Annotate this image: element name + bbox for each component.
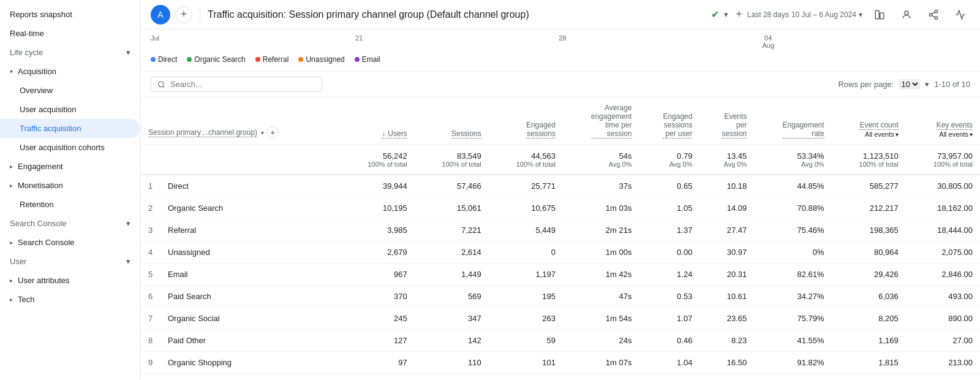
chevron-down-icon-2: ▾ xyxy=(126,219,130,228)
cell-avg-eng: 47s xyxy=(563,286,639,308)
cell-sessions: 15,061 xyxy=(415,197,489,219)
cell-avg-eng: 1m 42s xyxy=(563,264,639,286)
cell-sessions: 7,221 xyxy=(415,219,489,241)
col-events-per-session[interactable]: Eventspersession xyxy=(699,97,754,145)
cell-eng-per-user: 0.43 xyxy=(639,374,700,381)
col-dropdown-icon[interactable]: ▾ xyxy=(261,129,264,136)
legend-referral[interactable]: Referral xyxy=(255,55,289,64)
sidebar-item-monetisation[interactable]: ▸ Monetisation xyxy=(0,176,140,195)
cell-events-per-session: 14.09 xyxy=(699,197,754,219)
cell-events-per-session: 8.23 xyxy=(699,330,754,352)
sidebar-item-user-attributes[interactable]: ▸ User attributes xyxy=(0,271,140,290)
sidebar-item-user-acquisition[interactable]: User acquisition xyxy=(0,100,140,119)
cell-users: 370 xyxy=(341,286,415,308)
table-row: 9Organic Shopping 97 110 101 1m 07s 1.04… xyxy=(141,352,980,374)
cell-engaged: 59 xyxy=(489,330,563,352)
cell-channel: 4Unassigned xyxy=(141,241,341,264)
status-icon: ✔ xyxy=(711,9,719,20)
col-event-count[interactable]: Event count All events ▾ xyxy=(832,97,906,145)
col-avg-engagement[interactable]: Averageengagementtime persession xyxy=(563,97,639,145)
chevron-right-icon-3: ▸ xyxy=(10,239,13,246)
col-engagement-rate[interactable]: Engagementrate xyxy=(754,97,831,145)
cell-events-per-session: 16.50 xyxy=(699,352,754,374)
chevron-up-icon: ▾ xyxy=(126,48,130,57)
legend-unassigned[interactable]: Unassigned xyxy=(298,55,344,64)
sidebar-item-overview[interactable]: Overview xyxy=(0,81,140,100)
total-engaged-sessions: 44,563 100% of total xyxy=(489,145,563,175)
chevron-right-icon-2: ▸ xyxy=(10,182,13,189)
cell-event-count: 1,815 xyxy=(832,352,906,374)
cell-eng-rate: 91.82% xyxy=(754,352,831,374)
rows-per-page-select[interactable]: 10 25 50 xyxy=(899,79,920,89)
user-button[interactable] xyxy=(897,5,916,25)
cell-eng-rate: 75.79% xyxy=(754,308,831,330)
cell-engaged: 5,449 xyxy=(489,219,563,241)
sidebar-section-search-console[interactable]: Search Console ▾ xyxy=(0,214,140,233)
cell-event-count: 198,365 xyxy=(832,219,906,241)
sidebar-item-retention[interactable]: Retention xyxy=(0,195,140,214)
col-engaged-sessions[interactable]: Engagedsessions xyxy=(489,97,563,145)
add-report-button[interactable]: + xyxy=(175,6,192,23)
key-events-filter[interactable]: All events ▾ xyxy=(939,131,973,138)
cell-engaged: 195 xyxy=(489,286,563,308)
legend-dot-organic-search xyxy=(187,57,192,62)
col-key-events[interactable]: Key events All events ▾ xyxy=(906,97,980,145)
sidebar-item-engagement[interactable]: ▸ Engagement xyxy=(0,157,140,176)
sidebar-item-user-acquisition-cohorts[interactable]: User acquisition cohorts xyxy=(0,138,140,157)
sidebar-item-reports-snapshot[interactable]: Reports snapshot xyxy=(0,5,140,24)
svg-point-3 xyxy=(935,10,938,13)
cell-eng-per-user: 1.24 xyxy=(639,264,700,286)
event-count-filter[interactable]: All events ▾ xyxy=(865,131,899,138)
col-channel-group[interactable]: Session primary…channel group) ▾ + xyxy=(141,97,341,145)
sidebar-item-tech[interactable]: ▸ Tech xyxy=(0,290,140,309)
col-sessions[interactable]: Sessions xyxy=(415,97,489,145)
cell-events-per-session: 27.47 xyxy=(699,219,754,241)
cell-engaged: 263 xyxy=(489,308,563,330)
table-row: 5Email 967 1,449 1,197 1m 42s 1.24 20.31… xyxy=(141,264,980,286)
legend-email[interactable]: Email xyxy=(355,55,380,64)
add-to-report-button[interactable]: + xyxy=(736,8,742,21)
sidebar-item-traffic-acquisition[interactable]: Traffic acquisition xyxy=(0,119,140,138)
table-row: 3Referral 3,985 7,221 5,449 2m 21s 1.37 … xyxy=(141,219,980,241)
sidebar-section-user[interactable]: User ▾ xyxy=(0,252,140,271)
cell-users: 10,195 xyxy=(341,197,415,219)
cell-key-events: 2,846.00 xyxy=(906,264,980,286)
header-right: Last 28 days 10 Jul – 6 Aug 2024 ▾ xyxy=(747,5,970,25)
table-row: 2Organic Search 10,195 15,061 10,675 1m … xyxy=(141,197,980,219)
legend-organic-search[interactable]: Organic Search xyxy=(187,55,245,64)
sidebar-item-real-time[interactable]: Real-time xyxy=(0,24,140,43)
svg-line-9 xyxy=(163,86,164,87)
total-avg-engagement: 54s Avg 0% xyxy=(563,145,639,175)
col-users[interactable]: ↓Users xyxy=(341,97,415,145)
svg-rect-1 xyxy=(880,13,884,19)
cell-event-count: 585,277 xyxy=(832,175,906,197)
chart-legend: Direct Organic Search Referral Unassigne… xyxy=(151,50,970,66)
add-column-button[interactable]: + xyxy=(266,126,279,139)
col-engaged-per-user[interactable]: Engagedsessionsper user xyxy=(639,97,700,145)
insights-button[interactable] xyxy=(951,5,970,25)
compare-button[interactable] xyxy=(870,5,889,25)
sidebar-section-life-cycle[interactable]: Life cycle ▾ xyxy=(0,43,140,62)
cell-avg-eng: 37s xyxy=(563,175,639,197)
totals-row: 56,242 100% of total 83,549 100% of tota… xyxy=(141,145,980,175)
cell-engaged: 3 xyxy=(489,374,563,381)
cell-event-count: 29,426 xyxy=(832,264,906,286)
date-range[interactable]: Last 28 days 10 Jul – 6 Aug 2024 ▾ xyxy=(747,10,862,19)
cell-event-count: 1,169 xyxy=(832,330,906,352)
cell-event-count: 8,205 xyxy=(832,308,906,330)
cell-eng-per-user: 1.05 xyxy=(639,197,700,219)
header-divider xyxy=(200,7,200,22)
sidebar-item-search-console[interactable]: ▸ Search Console xyxy=(0,233,140,252)
search-input[interactable] xyxy=(170,80,315,89)
cell-channel: 7Organic Social xyxy=(141,308,341,330)
cell-engaged: 101 xyxy=(489,352,563,374)
search-box[interactable] xyxy=(151,77,322,92)
sidebar: Reports snapshot Real-time Life cycle ▾ … xyxy=(0,0,141,380)
title-dropdown-icon[interactable]: ▾ xyxy=(724,10,728,19)
sidebar-item-acquisition[interactable]: ▾ Acquisition xyxy=(0,62,140,81)
chevron-down-icon: ▾ xyxy=(10,68,13,75)
legend-direct[interactable]: Direct xyxy=(151,55,177,64)
cell-channel: 9Organic Shopping xyxy=(141,352,341,374)
chevron-right-icon-4: ▸ xyxy=(10,277,13,284)
share-button[interactable] xyxy=(924,5,943,25)
